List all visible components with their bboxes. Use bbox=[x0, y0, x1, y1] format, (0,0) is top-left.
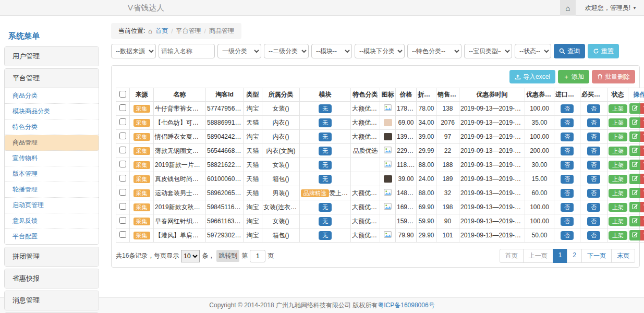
edit-button[interactable] bbox=[629, 160, 640, 170]
status-toggle[interactable]: 上架 bbox=[609, 203, 627, 212]
delete-button[interactable] bbox=[640, 160, 644, 170]
filter-select-状态[interactable]: --状态-- bbox=[515, 44, 551, 58]
status-toggle[interactable]: 上架 bbox=[609, 175, 627, 184]
page-size-select[interactable]: 10 bbox=[181, 250, 200, 262]
sidebar-item-模块商品分类[interactable]: 模块商品分类 bbox=[5, 104, 99, 119]
module-badge[interactable]: 无 bbox=[319, 231, 332, 240]
pager-末页[interactable]: 末页 bbox=[611, 249, 635, 263]
row-checkbox[interactable] bbox=[119, 147, 126, 153]
import-excel-button[interactable]: 导入excel bbox=[509, 70, 555, 83]
row-checkbox[interactable] bbox=[119, 104, 126, 111]
delete-button[interactable] bbox=[640, 230, 644, 240]
sidebar-item-商品管理[interactable]: 商品管理 bbox=[5, 135, 99, 151]
delete-button[interactable] bbox=[640, 216, 644, 226]
module-badge[interactable]: 无 bbox=[319, 104, 332, 113]
must-buy-toggle[interactable]: 否 bbox=[587, 133, 600, 141]
breadcrumb-home-link[interactable]: 首页 bbox=[155, 27, 168, 35]
must-buy-toggle[interactable]: 否 bbox=[587, 231, 600, 240]
import-select-toggle[interactable]: 否 bbox=[561, 147, 574, 155]
select-all-checkbox[interactable] bbox=[119, 91, 126, 98]
add-button[interactable]: ＋ 添加 bbox=[558, 70, 589, 83]
sidebar-item-轮播管理[interactable]: 轮播管理 bbox=[5, 182, 99, 198]
row-checkbox[interactable] bbox=[119, 217, 126, 224]
jump-button[interactable]: 跳转到 bbox=[216, 250, 239, 262]
filter-select-模块下分类[interactable]: --模块下分类-- bbox=[355, 44, 405, 58]
filter-select-模块[interactable]: --模块-- bbox=[311, 44, 352, 58]
edit-button[interactable] bbox=[629, 103, 640, 114]
batch-delete-button[interactable]: 批量删除 bbox=[592, 70, 635, 83]
name-search-input[interactable] bbox=[159, 44, 215, 58]
module-badge[interactable]: 品牌精选 bbox=[301, 189, 329, 197]
filter-select-一级分类[interactable]: 一级分类 bbox=[217, 44, 261, 58]
pager-2[interactable]: 2 bbox=[567, 249, 582, 263]
sidebar-item-商品分类[interactable]: 商品分类 bbox=[5, 88, 99, 104]
status-toggle[interactable]: 上架 bbox=[609, 161, 627, 170]
row-checkbox[interactable] bbox=[119, 118, 126, 125]
row-checkbox[interactable] bbox=[119, 133, 126, 139]
delete-button[interactable] bbox=[640, 174, 644, 184]
edit-button[interactable] bbox=[629, 202, 640, 212]
pager-下一页[interactable]: 下一页 bbox=[581, 249, 612, 263]
edit-button[interactable] bbox=[629, 131, 640, 142]
module-badge[interactable]: 无 bbox=[319, 133, 332, 141]
must-buy-toggle[interactable]: 否 bbox=[587, 217, 600, 226]
import-select-toggle[interactable]: 否 bbox=[561, 231, 574, 240]
delete-button[interactable] bbox=[640, 117, 644, 128]
edit-button[interactable] bbox=[629, 174, 640, 184]
status-toggle[interactable]: 上架 bbox=[609, 231, 627, 240]
import-select-toggle[interactable]: 否 bbox=[561, 217, 574, 226]
search-button[interactable]: 查询 bbox=[554, 44, 585, 58]
sidebar-item-宣传物料[interactable]: 宣传物料 bbox=[5, 151, 99, 166]
status-toggle[interactable]: 上架 bbox=[609, 189, 627, 198]
must-buy-toggle[interactable]: 否 bbox=[587, 147, 600, 155]
module-badge[interactable]: 无 bbox=[319, 161, 332, 170]
status-toggle[interactable]: 上架 bbox=[609, 118, 627, 127]
sidebar-item-特色分类[interactable]: 特色分类 bbox=[5, 119, 99, 135]
user-menu[interactable]: 欢迎您，管理员! ▼ bbox=[576, 0, 644, 16]
status-toggle[interactable]: 上架 bbox=[609, 104, 627, 113]
module-badge[interactable]: 无 bbox=[319, 147, 332, 155]
sidebar-item-意见反馈[interactable]: 意见反馈 bbox=[5, 213, 99, 229]
pager-首页[interactable]: 首页 bbox=[500, 249, 524, 263]
delete-button[interactable] bbox=[640, 202, 644, 212]
row-checkbox[interactable] bbox=[119, 175, 126, 182]
sidebar-group-平台管理[interactable]: 平台管理 bbox=[5, 69, 99, 88]
must-buy-toggle[interactable]: 否 bbox=[587, 175, 600, 184]
sidebar-group-消息管理[interactable]: 消息管理 bbox=[5, 291, 99, 310]
module-badge[interactable]: 无 bbox=[319, 217, 332, 226]
module-badge[interactable]: 无 bbox=[319, 118, 332, 127]
must-buy-toggle[interactable]: 否 bbox=[587, 104, 600, 113]
module-badge[interactable]: 无 bbox=[319, 175, 332, 184]
status-toggle[interactable]: 上架 bbox=[609, 217, 627, 226]
import-select-toggle[interactable]: 否 bbox=[561, 189, 574, 198]
status-toggle[interactable]: 上架 bbox=[609, 133, 627, 141]
delete-button[interactable] bbox=[640, 131, 644, 142]
import-select-toggle[interactable]: 否 bbox=[561, 118, 574, 127]
icp-link[interactable]: 粤ICP备16098006号 bbox=[378, 301, 434, 310]
delete-button[interactable] bbox=[640, 103, 644, 114]
edit-button[interactable] bbox=[629, 146, 640, 156]
row-checkbox[interactable] bbox=[119, 189, 126, 196]
sidebar-item-平台配置[interactable]: 平台配置 bbox=[5, 229, 99, 244]
pager-上一页[interactable]: 上一页 bbox=[523, 249, 553, 263]
reset-button[interactable]: 重置 bbox=[588, 44, 619, 58]
module-badge[interactable]: 无 bbox=[319, 203, 332, 212]
sidebar-group-省惠快报[interactable]: 省惠快报 bbox=[5, 269, 99, 288]
sidebar-group-拼团管理[interactable]: 拼团管理 bbox=[5, 247, 99, 266]
delete-button[interactable] bbox=[640, 188, 644, 198]
edit-button[interactable] bbox=[629, 216, 640, 226]
sidebar-item-版本管理[interactable]: 版本管理 bbox=[5, 166, 99, 182]
edit-button[interactable] bbox=[629, 117, 640, 128]
edit-button[interactable] bbox=[629, 188, 640, 198]
jump-page-input[interactable] bbox=[250, 250, 265, 262]
sidebar-group-用户管理[interactable]: 用户管理 bbox=[5, 47, 99, 66]
home-icon[interactable]: ⌂ bbox=[560, 0, 576, 16]
delete-button[interactable] bbox=[640, 146, 644, 156]
row-checkbox[interactable] bbox=[119, 161, 126, 167]
must-buy-toggle[interactable]: 否 bbox=[587, 203, 600, 212]
import-select-toggle[interactable]: 否 bbox=[561, 203, 574, 212]
row-checkbox[interactable] bbox=[119, 203, 126, 210]
import-select-toggle[interactable]: 否 bbox=[561, 175, 574, 184]
must-buy-toggle[interactable]: 否 bbox=[587, 118, 600, 127]
import-select-toggle[interactable]: 否 bbox=[561, 104, 574, 113]
